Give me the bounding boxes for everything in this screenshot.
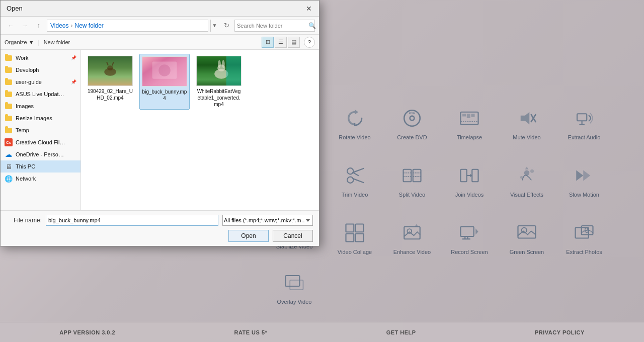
tool-rotate[interactable]: Rotate Video [327,96,382,151]
tool-mute[interactable]: Mute Video [499,96,554,151]
svg-rect-36 [346,234,354,242]
svg-point-14 [347,177,353,183]
svg-rect-35 [356,224,364,232]
dialog-files: 190429_02_Hare_UHD_02.mp4 [81,50,319,210]
svg-marker-33 [583,170,590,181]
tool-slow[interactable]: Slow Motion [556,153,612,208]
sidebar-item-temp[interactable]: Temp [1,124,80,136]
nav-up-button[interactable]: ↑ [33,20,45,32]
tool-record[interactable]: Record Screen [442,210,497,266]
sidebar-item-images[interactable]: Images [1,100,80,112]
tool-dvd[interactable]: DVD Create DVD [384,96,440,151]
file-item-bunny[interactable]: big_buck_bunny.mp4 [139,54,190,110]
sidebar-item-asus[interactable]: ASUS Live Updat… [1,88,80,100]
dialog-close-button[interactable]: ✕ [303,3,315,15]
svg-point-67 [222,60,225,68]
record-screen-icon [457,221,481,245]
breadcrumb-root[interactable]: Videos [50,22,68,29]
tool-trim[interactable]: Trim Video [327,153,382,208]
file-item-deer[interactable]: 190429_02_Hare_UHD_02.mp4 [85,54,135,110]
svg-rect-20 [413,169,421,182]
svg-rect-11 [577,114,587,121]
file-name-bunny: big_buck_bunny.mp4 [142,89,187,102]
view-thumbnail-button[interactable]: ⊞ [262,37,274,48]
tool-extract-audio-label: Extract Audio [568,134,601,140]
search-button[interactable]: 🔍 [308,20,316,32]
view-detail-button[interactable]: ☰ [275,37,287,48]
dialog-nav-toolbar: ← → ↑ Videos › New folder ▼ ↻ 🔍 [1,17,319,35]
nav-forward-button[interactable]: → [19,20,31,32]
sidebar-item-resize[interactable]: Resize Images [1,112,80,124]
svg-marker-8 [521,112,530,125]
rate-label[interactable]: RATE US 5* [234,329,267,335]
svg-line-16 [353,168,364,173]
svg-marker-42 [475,228,478,234]
tool-extract-audio[interactable]: Extract Audio [556,96,612,151]
open-button[interactable]: Open [228,230,269,242]
sidebar-item-userguide[interactable]: user-guide 📌 [1,76,80,88]
breadcrumb-current[interactable]: New folder [74,22,103,29]
cancel-button[interactable]: Cancel [273,230,313,242]
sidebar-item-network[interactable]: 🌐 Network [1,173,80,185]
breadcrumb-chevron[interactable]: ▼ [210,20,218,32]
tool-split[interactable]: Split Video [384,153,440,208]
svg-point-1 [410,116,415,121]
version-label[interactable]: APP VERSION 3.0.2 [59,329,115,335]
sidebar-item-cc[interactable]: Cc Creative Cloud Fil… [1,136,80,148]
svg-rect-54 [290,280,303,290]
tool-mute-label: Mute Video [513,134,540,140]
tool-join[interactable]: Join Videos [442,153,497,208]
tool-timelapse[interactable]: Timelapse [442,96,497,151]
svg-marker-40 [415,224,418,227]
filetype-select[interactable]: All files (*.mp4;*.wmv;*.mkv;*.m… [222,215,313,226]
onedrive-icon: ☁ [5,150,13,158]
svg-rect-68 [226,56,241,86]
tool-extract-photos[interactable]: Extract Photos [556,210,612,266]
tool-effects[interactable]: Visual Effects [499,153,554,208]
privacy-label[interactable]: PRIVACY POLICY [535,329,585,335]
collage-icon [343,221,367,245]
tool-green-label: Green Screen [510,249,544,255]
sidebar-item-onedrive[interactable]: ☁ OneDrive - Person… [1,148,80,160]
breadcrumb-sep: › [70,22,72,29]
breadcrumb: Videos › New folder [47,20,208,32]
view-preview-button[interactable]: ▤ [288,37,300,48]
organize-button[interactable]: Organize ▼ [5,39,34,45]
sidebar-item-work[interactable]: Work 📌 [1,52,80,64]
file-name-rabbit: WhiteRabbitEatVegetable1_converted.mp4 [196,88,242,108]
filename-row: File name: All files (*.mp4;*.wmv;*.mkv;… [7,215,313,226]
nav-back-button[interactable]: ← [5,20,17,32]
svg-rect-4 [462,114,466,116]
search-input[interactable] [235,23,308,29]
svg-line-18 [353,173,359,176]
folder-icon [5,114,13,122]
svg-rect-53 [286,276,300,286]
filename-input[interactable] [46,215,218,226]
svg-rect-34 [346,224,354,232]
tool-green[interactable]: Green Screen [499,210,554,266]
new-folder-button[interactable]: New folder [44,39,70,45]
svg-point-15 [347,168,353,174]
organize-label: Organize [5,39,27,45]
tool-timelapse-label: Timelapse [457,134,482,140]
enhance-icon [400,221,424,245]
file-item-rabbit[interactable]: WhiteRabbitEatVegetable1_converted.mp4 [194,54,244,110]
tool-enhance[interactable]: Enhance Video [384,210,440,266]
help-button[interactable]: ? [304,37,315,48]
folder-icon [5,102,13,110]
refresh-button[interactable]: ↻ [220,20,232,32]
help-label[interactable]: GET HELP [386,329,416,335]
folder-icon [5,54,13,62]
tool-overlay[interactable]: Overlay Video [267,267,322,309]
file-thumb-bunny [142,56,187,87]
rotate-icon [343,106,367,130]
svg-rect-41 [461,227,474,236]
tool-slow-label: Slow Motion [569,192,599,198]
sidebar-item-developh[interactable]: Developh [1,64,80,76]
svg-point-30 [530,169,534,173]
sidebar-item-thispc[interactable]: 🖥 This PC [1,160,80,173]
tool-record-label: Record Screen [451,249,488,255]
svg-point-31 [520,176,523,179]
search-bar: 🔍 [234,20,315,32]
tool-collage[interactable]: Video Collage [327,210,382,266]
